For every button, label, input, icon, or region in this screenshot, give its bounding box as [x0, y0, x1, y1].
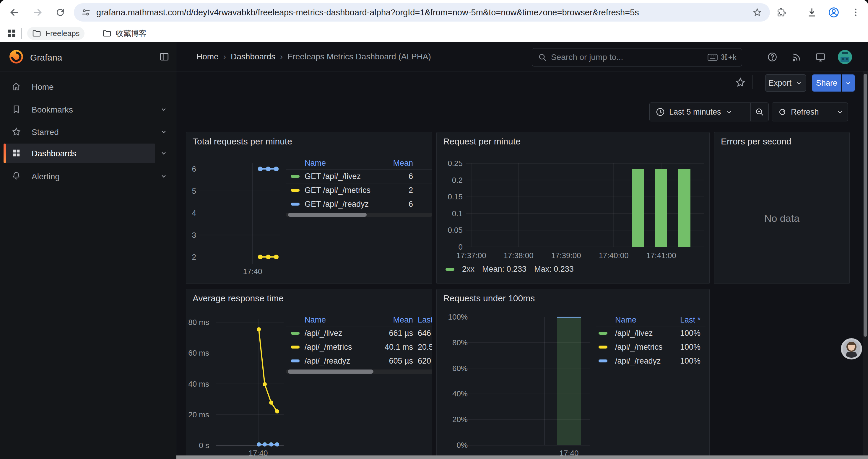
news-rss-icon[interactable] [791, 52, 802, 64]
y-axis-tick: 6 [186, 164, 196, 174]
help-icon[interactable] [767, 52, 778, 64]
chart-canvas[interactable] [437, 132, 710, 284]
grafana-app: HomeBookmarksStarredDashboardsAlerting G… [0, 42, 868, 459]
series-name[interactable]: /api/_/livez [305, 329, 342, 338]
export-button[interactable]: Export [765, 74, 806, 92]
series-name[interactable]: /api/_/readyz [305, 357, 350, 366]
profile-icon[interactable] [827, 6, 840, 19]
y-axis-tick: 20 ms [186, 410, 209, 419]
collapse-sidebar-icon[interactable] [159, 52, 169, 63]
series-name[interactable]: /api/_/metrics [305, 342, 352, 352]
favorite-star-icon[interactable] [735, 76, 746, 90]
series-name[interactable]: GET /api/_/metrics [305, 186, 370, 195]
bookmark-star-icon[interactable] [752, 7, 762, 18]
legend-table: NameMeanLast */api/_/livez661 µs646 µs/a… [286, 314, 432, 374]
breadcrumb-item[interactable]: Dashboards [231, 52, 275, 61]
y-axis-tick: 0% [437, 440, 468, 450]
sidebar-item-home[interactable]: Home [0, 78, 176, 96]
sidebar-item-starred[interactable]: Starred [0, 124, 176, 141]
address-bar[interactable]: grafana.mathmast.com/d/deytv4rwavabkb/fr… [74, 3, 770, 22]
url-text[interactable]: grafana.mathmast.com/d/deytv4rwavabkb/fr… [96, 8, 752, 18]
bookmark-folder-freeleaps[interactable]: Freeleaps [27, 27, 85, 40]
vertical-scrollbar[interactable] [863, 71, 868, 459]
series-name[interactable]: /api/_/metrics [615, 342, 663, 352]
horizontal-scrollbar[interactable] [176, 455, 868, 459]
grafana-logo[interactable] [8, 49, 24, 66]
legend-scrollbar-thumb[interactable] [288, 213, 367, 217]
forward-button[interactable] [31, 6, 44, 19]
search-shortcut: ⌘+k [708, 53, 737, 62]
y-axis-tick: 5 [186, 186, 196, 196]
series-color-chip [291, 203, 300, 205]
column-header[interactable]: Mean [375, 158, 413, 167]
legend-scrollbar-thumb[interactable] [288, 369, 373, 374]
legend-row: GET /api/_/livez6 [286, 169, 432, 184]
legend-scrollbar[interactable] [286, 369, 432, 374]
menu-kebab-icon[interactable] [849, 6, 862, 19]
series-name[interactable]: GET /api/_/readyz [305, 200, 369, 209]
sidebar-item-bookmarks[interactable]: Bookmarks [0, 101, 176, 119]
breadcrumb-item[interactable]: Freeleaps Metrics Dashboard (ALPHA) [287, 52, 431, 61]
reload-button[interactable] [54, 6, 67, 19]
refresh-button[interactable]: Refresh [772, 107, 832, 117]
y-axis-tick: 60% [437, 364, 468, 373]
product-name: Grafana [30, 53, 62, 63]
series-name[interactable]: /api/_/readyz [615, 357, 661, 366]
series-color-chip [445, 268, 454, 271]
refresh-control: Refresh [772, 102, 848, 121]
y-axis-tick: 40% [437, 389, 468, 398]
apps-grid-icon[interactable] [6, 28, 17, 40]
series-name[interactable]: GET /api/_/livez [305, 172, 361, 181]
time-range-label: Last 5 minutes [669, 107, 721, 117]
zoom-out-icon [755, 107, 764, 117]
extensions-icon[interactable] [775, 6, 788, 19]
column-header[interactable]: Name [615, 315, 637, 324]
series-color-chip [598, 359, 608, 362]
breadcrumb-item[interactable]: Home [196, 52, 219, 61]
legend-table-header: NameMeanLast * [286, 314, 432, 326]
refresh-interval-dropdown[interactable] [832, 108, 848, 116]
legend-row: /api/_/metrics100% [596, 340, 706, 354]
chevron-down-icon[interactable] [159, 105, 168, 114]
column-header[interactable]: Mean [372, 315, 413, 324]
search-input[interactable]: Search or jump to... ⌘+k [532, 48, 742, 66]
grafana-sidebar: HomeBookmarksStarredDashboardsAlerting [0, 42, 176, 459]
site-settings-icon[interactable] [81, 7, 91, 18]
monitor-icon[interactable] [815, 52, 826, 64]
sidebar-item-alerting[interactable]: Alerting [0, 168, 176, 186]
series-color-chip [291, 359, 300, 362]
chevron-down-icon[interactable] [159, 149, 168, 158]
no-data-text: No data [714, 213, 849, 224]
series-color-chip [291, 175, 300, 178]
series-color-chip [291, 189, 300, 192]
y-axis-tick: 0.15 [437, 192, 463, 201]
download-icon[interactable] [805, 6, 818, 19]
toolbar-divider [752, 75, 753, 89]
series-name[interactable]: /api/_/livez [615, 329, 653, 338]
sidebar-item-dashboards[interactable]: Dashboards [0, 145, 176, 162]
chevron-down-icon[interactable] [159, 172, 168, 182]
legend-series-name[interactable]: 2xx [462, 265, 474, 274]
panel-average-response-time: Average response time 80 ms60 ms40 ms20 … [186, 289, 432, 459]
column-header[interactable]: Last * [659, 315, 701, 324]
legend-scrollbar[interactable] [286, 213, 432, 217]
panel-title[interactable]: Errors per second [721, 136, 791, 146]
share-button[interactable]: Share [812, 74, 841, 92]
panel-request-per-minute: Request per minute 0.250.20.150.10.05017… [436, 132, 710, 284]
bookmark-folder-blogs[interactable]: 收藏博客 [97, 27, 151, 40]
share-dropdown-button[interactable] [842, 74, 855, 92]
back-button[interactable] [8, 6, 21, 19]
column-header[interactable]: Name [305, 158, 326, 167]
column-header[interactable]: Name [305, 315, 326, 324]
column-header[interactable]: Last * [418, 315, 432, 324]
time-range-picker[interactable]: Last 5 minutes [650, 107, 750, 117]
y-axis-tick: 60 ms [186, 348, 209, 358]
bookmarks-bar: Freeleaps 收藏博客 [0, 25, 868, 42]
zoom-out-button[interactable] [751, 107, 769, 117]
vertical-scrollbar-thumb[interactable] [864, 74, 867, 337]
assistant-avatar[interactable] [841, 338, 862, 359]
chevron-down-icon[interactable] [159, 128, 168, 137]
user-avatar[interactable] [838, 50, 852, 64]
x-axis-tick: 17:40:00 [587, 251, 640, 260]
legend-row: /api/_/readyz605 µs620 µs [286, 354, 432, 368]
